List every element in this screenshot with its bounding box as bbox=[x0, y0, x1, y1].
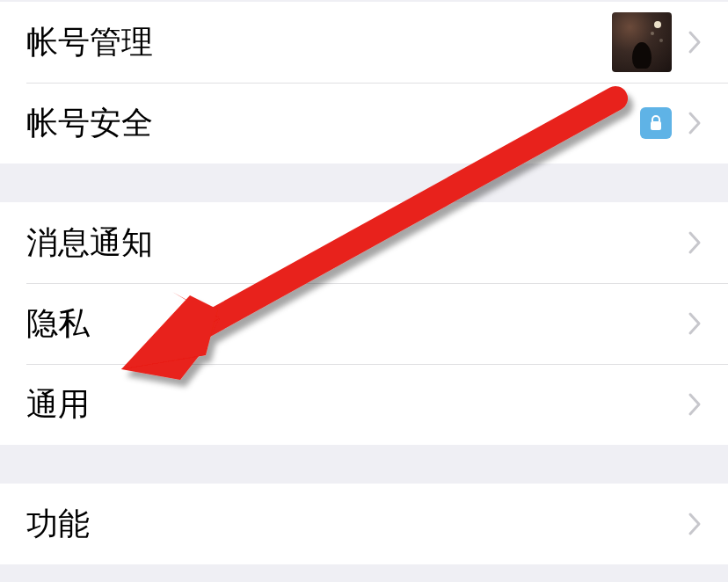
lock-icon bbox=[640, 107, 672, 139]
row-account-security[interactable]: 帐号安全 bbox=[0, 83, 728, 164]
chevron-right-icon bbox=[688, 392, 702, 417]
row-general[interactable]: 通用 bbox=[0, 364, 728, 445]
chevron-right-icon bbox=[688, 230, 702, 255]
row-trailing bbox=[612, 12, 702, 72]
section-gap bbox=[0, 564, 728, 582]
row-trailing bbox=[688, 512, 702, 536]
section-gap bbox=[0, 445, 728, 484]
avatar bbox=[612, 12, 672, 72]
section-gap bbox=[0, 164, 728, 202]
row-label: 功能 bbox=[26, 503, 688, 546]
row-trailing bbox=[688, 311, 702, 336]
settings-group-account: 帐号管理 帐号安全 bbox=[0, 2, 728, 164]
row-label: 帐号管理 bbox=[26, 21, 612, 64]
settings-group-features: 功能 bbox=[0, 484, 728, 564]
row-label: 通用 bbox=[26, 383, 688, 426]
settings-group-prefs: 消息通知 隐私 通用 bbox=[0, 202, 728, 445]
row-trailing bbox=[640, 107, 702, 139]
chevron-right-icon bbox=[688, 111, 702, 135]
row-label: 隐私 bbox=[26, 302, 688, 346]
row-label: 帐号安全 bbox=[26, 102, 640, 145]
svg-rect-0 bbox=[651, 121, 661, 130]
row-label: 消息通知 bbox=[26, 222, 688, 265]
row-notifications[interactable]: 消息通知 bbox=[0, 202, 728, 283]
chevron-right-icon bbox=[688, 30, 702, 55]
row-account-management[interactable]: 帐号管理 bbox=[0, 2, 728, 83]
row-trailing bbox=[688, 230, 702, 255]
row-features[interactable]: 功能 bbox=[0, 484, 728, 564]
chevron-right-icon bbox=[688, 311, 702, 336]
row-privacy[interactable]: 隐私 bbox=[0, 283, 728, 364]
chevron-right-icon bbox=[688, 512, 702, 536]
row-trailing bbox=[688, 392, 702, 417]
